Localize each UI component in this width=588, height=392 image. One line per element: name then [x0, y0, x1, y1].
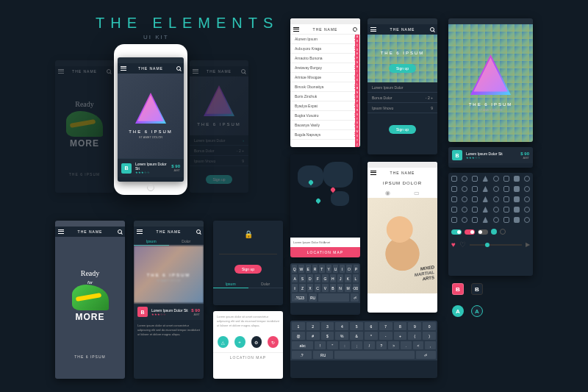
form-row[interactable]: Ipsum Vnovo9: [368, 103, 437, 113]
film-icon[interactable]: ▭: [414, 190, 420, 196]
menu-icon[interactable]: [193, 69, 198, 74]
contact-item[interactable]: Binvuk Obonaitya: [290, 82, 360, 92]
form-row[interactable]: Lorem Ipsum Dolor: [368, 82, 437, 93]
keyboard-key[interactable]: ": [327, 341, 338, 349]
keyboard-key[interactable]: N: [337, 284, 343, 292]
contact-item[interactable]: Alorem Ipsum: [290, 35, 360, 44]
keyboard-key[interactable]: (: [408, 332, 421, 340]
keyboard-key[interactable]: ⌫: [353, 284, 359, 292]
keyboard-key[interactable]: T: [319, 265, 324, 273]
keyboard-key[interactable]: $: [321, 332, 334, 340]
keyboard-key[interactable]: K: [345, 274, 351, 282]
keyboard-key[interactable]: abc: [292, 341, 313, 349]
location-map-button[interactable]: LOCATION MAP: [290, 247, 360, 257]
keyboard-key[interactable]: Y: [326, 265, 331, 273]
keyboard-key[interactable]: V: [322, 284, 328, 292]
search-icon[interactable]: [107, 69, 111, 74]
contact-item[interactable]: Boris Zinchuk: [290, 92, 360, 101]
alpha-index[interactable]: ABCDEFGHIJKLMNOPQRSTUVWXYZ: [355, 35, 359, 147]
tab[interactable]: Ipsum: [134, 237, 169, 246]
toggle[interactable]: [478, 229, 488, 235]
radio-on[interactable]: [491, 229, 497, 235]
product-card[interactable]: B Lorem Ipsum Dolor Sit★★★☆☆ $ 90AMT: [118, 158, 184, 177]
contact-item[interactable]: Arintoe Mivogoe: [290, 73, 360, 82]
keyboard-key[interactable]: O: [346, 265, 351, 273]
keyboard-key[interactable]: >: [388, 341, 399, 349]
keyboard-key[interactable]: ⇧: [292, 284, 298, 292]
toggle[interactable]: [451, 229, 462, 235]
keyboard-key[interactable]: 4: [335, 322, 348, 330]
keyboard-key[interactable]: F: [315, 274, 320, 282]
search-icon[interactable]: [353, 27, 357, 32]
keyboard-key[interactable]: U: [333, 265, 338, 273]
contact-item[interactable]: Aretavay Burgoy: [290, 63, 360, 73]
search-icon[interactable]: [430, 27, 434, 32]
keyboard-key[interactable]: RU: [309, 293, 317, 302]
search-icon[interactable]: [176, 66, 181, 71]
form-row[interactable]: Lorem Ipsum Dolor›: [190, 135, 248, 146]
action-dot[interactable]: +: [234, 336, 245, 348]
signup-button[interactable]: Sign up: [206, 175, 233, 184]
contact-item[interactable]: Byadya Expat: [290, 101, 360, 111]
signup-button[interactable]: Sign up: [389, 125, 416, 134]
keyboard-key[interactable]: M: [345, 284, 351, 292]
signup-button[interactable]: Sign up: [234, 265, 262, 274]
form-row[interactable]: Bonus Dolor- 2 +: [190, 146, 248, 156]
keyboard-key[interactable]: 1: [292, 322, 305, 330]
keyboard-key[interactable]: I: [340, 265, 345, 273]
slider[interactable]: [470, 244, 522, 246]
keyboard-key[interactable]: B: [330, 284, 336, 292]
keyboard-key[interactable]: .: [401, 341, 412, 349]
map-pin[interactable]: [315, 198, 321, 204]
keyboard-key[interactable]: -: [379, 332, 392, 340]
camera-icon[interactable]: ◉: [385, 190, 390, 196]
keyboard-key[interactable]: P: [354, 265, 359, 273]
keyboard-key[interactable]: R: [312, 265, 318, 273]
action-dot[interactable]: ↻: [268, 336, 279, 348]
tab[interactable]: Dolor: [169, 237, 204, 246]
contact-item[interactable]: Amaotro Bonona: [290, 54, 360, 63]
keyboard-key[interactable]: +: [394, 332, 407, 340]
menu-icon[interactable]: [293, 27, 299, 32]
keyboard-key[interactable]: &: [350, 332, 363, 340]
signup-button[interactable]: Sign up: [389, 64, 416, 73]
search-icon[interactable]: [118, 229, 122, 234]
keyboard-key[interactable]: @: [292, 332, 305, 340]
menu-icon[interactable]: [370, 27, 376, 32]
tab[interactable]: Dolor: [248, 279, 284, 288]
keyboard-key[interactable]: 7: [379, 322, 392, 330]
keyboard-key[interactable]: #: [306, 332, 320, 340]
keyboard-key[interactable]: ?: [376, 341, 387, 349]
keyboard-key[interactable]: J: [337, 274, 343, 282]
keyboard-key[interactable]: 5: [350, 322, 363, 330]
menu-icon[interactable]: [137, 229, 143, 234]
toggle[interactable]: [465, 229, 475, 235]
home-button[interactable]: [147, 184, 154, 191]
keyboard-key[interactable]: 0: [423, 322, 436, 330]
keyboard-key[interactable]: 3: [321, 322, 334, 330]
menu-icon[interactable]: [58, 229, 64, 234]
contact-item[interactable]: Baoanya Vasily: [290, 121, 360, 130]
contact-item[interactable]: Bogda Napvays: [290, 130, 360, 140]
form-row[interactable]: Bonus Dolor- 2 +: [368, 93, 437, 103]
keyboard-key[interactable]: /: [364, 341, 375, 349]
keyboard-key[interactable]: ;: [351, 341, 362, 349]
keyboard-key[interactable]: X: [307, 284, 313, 292]
menu-icon[interactable]: [370, 171, 376, 175]
keyboard-key[interactable]: G: [322, 274, 328, 282]
action-dot[interactable]: △: [218, 336, 229, 348]
keyboard-key[interactable]: ,: [425, 341, 436, 349]
keyboard-key[interactable]: E: [306, 265, 311, 273]
keyboard-key[interactable]: !: [315, 341, 326, 349]
keyboard-key[interactable]: Q: [292, 265, 297, 273]
keyboard-key[interactable]: 8: [394, 322, 407, 330]
keyboard-key[interactable]: ⏎: [351, 293, 359, 302]
keyboard-key[interactable]: [334, 351, 415, 359]
keyboard-key[interactable]: ⏎: [416, 351, 436, 359]
keyboard-key[interactable]: RU: [313, 351, 333, 359]
heart-icon[interactable]: ♥: [451, 240, 456, 249]
keyboard-key[interactable]: C: [315, 284, 320, 292]
keyboard-key[interactable]: 2: [306, 322, 320, 330]
keyboard-key[interactable]: [318, 293, 350, 302]
keyboard-key[interactable]: A: [292, 274, 298, 282]
